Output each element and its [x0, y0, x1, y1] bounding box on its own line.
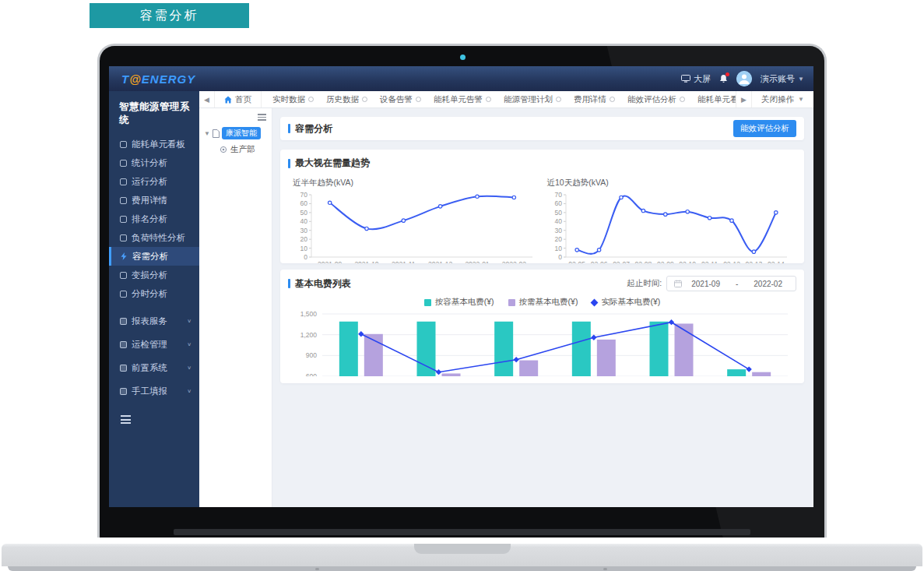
- file-icon: [213, 129, 220, 138]
- tab-能效评估分析[interactable]: 能效评估分析: [621, 94, 691, 105]
- sidebar-item-排名分析[interactable]: 排名分析: [109, 210, 199, 228]
- loss-icon: [120, 272, 127, 279]
- svg-text:02-11: 02-11: [701, 260, 718, 263]
- tab-能耗单元告警[interactable]: 能耗单元告警: [427, 94, 497, 105]
- front-icon: [120, 365, 127, 372]
- tree-node-selected[interactable]: 康派智能: [222, 127, 261, 139]
- sidebar-item-label: 变损分析: [132, 270, 167, 281]
- svg-text:02-14: 02-14: [767, 260, 784, 263]
- close-operations-menu[interactable]: 关闭操作 ▼: [751, 91, 813, 108]
- tab-实时数据[interactable]: 实时数据: [266, 94, 320, 105]
- account-menu[interactable]: 演示账号 ▼: [761, 73, 804, 85]
- title-accent-bar: [288, 124, 290, 133]
- svg-text:1,500: 1,500: [300, 310, 317, 318]
- basic-fees-card: 基本电费列表 起止时间: 2021-09 - 2022-02: [280, 270, 804, 383]
- legend-square-marker: [424, 299, 431, 306]
- legend-label: 按容基本电费(¥): [435, 297, 494, 308]
- dashboard-icon: [120, 141, 127, 148]
- tab-close-icon[interactable]: [362, 97, 367, 102]
- fees-section-title: 基本电费列表: [295, 277, 351, 291]
- app-screen: T@ENERGY 大屏 演示账号 ▼: [109, 66, 813, 507]
- sidebar-item-label: 排名分析: [132, 213, 167, 225]
- tab-close-icon[interactable]: [416, 97, 421, 102]
- ten-day-line-chart[interactable]: 01020304050607002-0502-0602-0702-0802-09…: [543, 189, 793, 263]
- tab-home[interactable]: 首页: [215, 91, 262, 108]
- sidebar-item-label: 运行分析: [132, 176, 167, 188]
- laptop-base-bottom: [8, 566, 916, 571]
- monitor-icon: [681, 75, 690, 83]
- sidebar-item-费用详情[interactable]: 费用详情: [109, 191, 199, 210]
- svg-text:0: 0: [304, 253, 307, 261]
- efficiency-eval-button[interactable]: 能效评估分析: [733, 120, 796, 137]
- sidebar-group-label: 报表服务: [132, 315, 167, 327]
- notifications-button[interactable]: [719, 74, 728, 83]
- svg-text:50: 50: [554, 209, 562, 217]
- svg-text:0: 0: [558, 253, 562, 261]
- tab-历史数据[interactable]: 历史数据: [320, 94, 374, 105]
- legend-item-实际基本电费(¥)[interactable]: 实际基本电费(¥): [592, 297, 660, 308]
- sidebar-group-手工填报[interactable]: 手工填报∨: [109, 379, 199, 403]
- tab-能源管理计划[interactable]: 能源管理计划: [497, 94, 567, 105]
- avatar[interactable]: [736, 71, 752, 86]
- tree-expand-caret[interactable]: ▼: [204, 130, 210, 137]
- half-year-line-chart[interactable]: 0102030405060702021-092021-102021-112021…: [288, 189, 539, 263]
- calendar-icon: [674, 280, 682, 287]
- tab-label: 历史数据: [326, 94, 359, 105]
- sidebar-item-分时分析[interactable]: 分时分析: [109, 284, 199, 303]
- date-range-picker[interactable]: 2021-09 - 2022-02: [666, 276, 796, 291]
- chevron-down-icon: ▼: [798, 76, 804, 83]
- webcam-dot: [460, 55, 466, 60]
- rank-icon: [120, 216, 127, 223]
- legend-item-按容基本电费(¥)[interactable]: 按容基本电费(¥): [424, 297, 494, 308]
- tree-root-node: ▼ 康派智能: [204, 127, 269, 139]
- tab-设备告警[interactable]: 设备告警: [374, 94, 427, 105]
- sidebar-item-容需分析[interactable]: 容需分析: [109, 247, 199, 266]
- tabs-list: 实时数据历史数据设备告警能耗单元告警能源管理计划费用详情能效评估分析能耗单元看板…: [262, 94, 736, 105]
- sidebar-group-前置系统[interactable]: 前置系统∨: [109, 356, 199, 379]
- svg-text:40: 40: [554, 217, 562, 225]
- laptop-frame: T@ENERGY 大屏 演示账号 ▼: [97, 44, 827, 538]
- laptop-base-notch: [414, 544, 511, 554]
- sidebar-item-能耗单元看板[interactable]: 能耗单元看板: [109, 135, 199, 153]
- sidebar-item-负荷特性分析[interactable]: 负荷特性分析: [109, 228, 199, 247]
- tab-close-icon[interactable]: [308, 97, 314, 102]
- inspect-icon: [120, 341, 127, 348]
- sidebar-menu: 能耗单元看板统计分析运行分析费用详情排名分析负荷特性分析容需分析变损分析分时分析: [109, 135, 199, 303]
- tabs-scroll-left-button[interactable]: ◀: [199, 91, 215, 108]
- fees-bar-chart[interactable]: 1,5001,200900600: [290, 308, 796, 376]
- tab-label: 能耗单元看板: [697, 94, 736, 105]
- sidebar-item-label: 分时分析: [132, 288, 167, 300]
- sidebar-group-label: 前置系统: [132, 362, 167, 374]
- chevron-down-icon: ∨: [187, 341, 191, 347]
- sidebar-group-报表服务[interactable]: 报表服务∨: [109, 309, 199, 333]
- tree-collapse-button[interactable]: [258, 114, 266, 122]
- run-icon: [120, 178, 127, 185]
- svg-text:70: 70: [554, 191, 562, 199]
- tree-child-node[interactable]: 生产部: [220, 144, 269, 155]
- tab-label: 设备告警: [380, 94, 413, 105]
- page-badge: 容需分析: [90, 3, 249, 28]
- sidebar-item-label: 费用详情: [132, 195, 167, 206]
- gear-icon: [220, 146, 227, 153]
- chevron-down-icon: ▼: [798, 96, 804, 103]
- tab-close-icon[interactable]: [556, 97, 561, 102]
- tab-能耗单元看板[interactable]: 能耗单元看板: [691, 94, 736, 105]
- sidebar-group-运检管理[interactable]: 运检管理∨: [109, 333, 199, 356]
- report-icon: [120, 318, 127, 325]
- half-year-trend-chart: 近半年趋势(kVA) 0102030405060702021-092021-10…: [288, 173, 543, 263]
- sidebar-item-运行分析[interactable]: 运行分析: [109, 172, 199, 191]
- tab-close-icon[interactable]: [486, 97, 491, 102]
- sidebar-collapse-button[interactable]: [121, 415, 131, 426]
- tabs-scroll-right-button[interactable]: ▶: [736, 91, 751, 108]
- sidebar-item-统计分析[interactable]: 统计分析: [109, 153, 199, 172]
- tab-close-icon[interactable]: [680, 97, 685, 102]
- page-header-card: 容需分析 能效评估分析: [280, 117, 804, 140]
- legend-item-按需基本电费(¥)[interactable]: 按需基本电费(¥): [508, 297, 578, 308]
- big-screen-button[interactable]: 大屏: [681, 73, 711, 85]
- manual-icon: [120, 388, 127, 395]
- svg-text:10: 10: [300, 245, 308, 252]
- sidebar-item-变损分析[interactable]: 变损分析: [109, 266, 199, 284]
- ten-day-trend-chart: 近10天趋势(kVA) 01020304050607002-0502-0602-…: [543, 173, 797, 263]
- tab-费用详情[interactable]: 费用详情: [567, 94, 621, 105]
- tab-close-icon[interactable]: [610, 97, 615, 102]
